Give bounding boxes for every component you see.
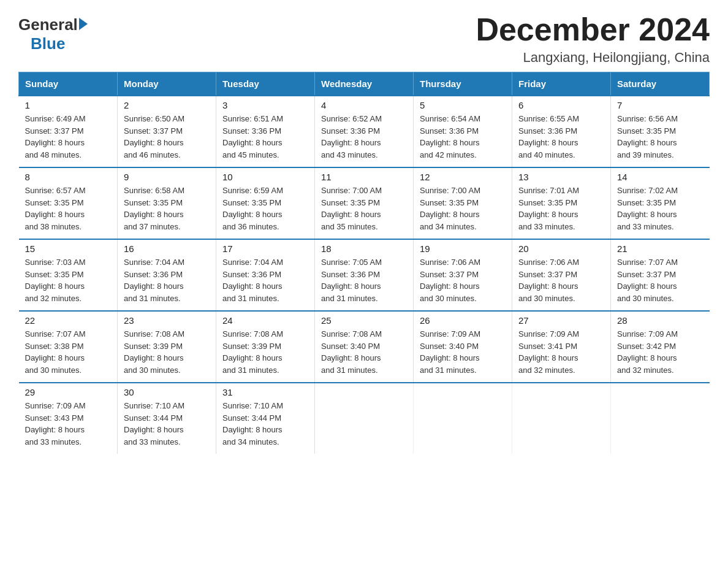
calendar-cell: 1 Sunrise: 6:49 AM Sunset: 3:37 PM Dayli… — [19, 96, 118, 167]
calendar-cell: 17 Sunrise: 7:04 AM Sunset: 3:36 PM Dayl… — [216, 239, 315, 311]
day-info: Sunrise: 7:09 AM Sunset: 3:40 PM Dayligh… — [420, 328, 506, 376]
calendar-cell: 15 Sunrise: 7:03 AM Sunset: 3:35 PM Dayl… — [19, 239, 118, 311]
day-number: 30 — [124, 387, 210, 397]
calendar-cell: 21 Sunrise: 7:07 AM Sunset: 3:37 PM Dayl… — [611, 239, 710, 311]
day-number: 12 — [420, 172, 506, 182]
day-number: 19 — [420, 243, 506, 254]
day-number: 10 — [222, 172, 308, 182]
calendar-cell: 26 Sunrise: 7:09 AM Sunset: 3:40 PM Dayl… — [414, 311, 512, 383]
day-info: Sunrise: 7:01 AM Sunset: 3:35 PM Dayligh… — [518, 185, 604, 232]
calendar-cell: 13 Sunrise: 7:01 AM Sunset: 3:35 PM Dayl… — [512, 167, 611, 239]
day-info: Sunrise: 6:57 AM Sunset: 3:35 PM Dayligh… — [25, 185, 112, 232]
calendar-cell: 28 Sunrise: 7:09 AM Sunset: 3:42 PM Dayl… — [611, 311, 710, 383]
calendar-cell: 19 Sunrise: 7:06 AM Sunset: 3:37 PM Dayl… — [414, 239, 512, 311]
weekday-header-row: SundayMondayTuesdayWednesdayThursdayFrid… — [19, 72, 710, 96]
day-info: Sunrise: 7:00 AM Sunset: 3:35 PM Dayligh… — [321, 185, 407, 232]
calendar-cell: 7 Sunrise: 6:56 AM Sunset: 3:35 PM Dayli… — [611, 96, 710, 167]
day-number: 2 — [124, 100, 210, 110]
day-info: Sunrise: 7:06 AM Sunset: 3:37 PM Dayligh… — [518, 256, 604, 304]
weekday-header-sunday: Sunday — [19, 72, 118, 96]
day-info: Sunrise: 7:09 AM Sunset: 3:43 PM Dayligh… — [25, 400, 112, 448]
day-info: Sunrise: 7:06 AM Sunset: 3:37 PM Dayligh… — [420, 256, 506, 304]
page-subtitle: Langxiang, Heilongjiang, China — [476, 50, 710, 66]
day-info: Sunrise: 6:51 AM Sunset: 3:36 PM Dayligh… — [222, 113, 308, 161]
day-info: Sunrise: 7:02 AM Sunset: 3:35 PM Dayligh… — [617, 185, 703, 232]
day-number: 11 — [321, 172, 407, 182]
day-number: 31 — [222, 387, 308, 397]
day-number: 17 — [222, 243, 308, 254]
calendar-cell: 20 Sunrise: 7:06 AM Sunset: 3:37 PM Dayl… — [512, 239, 611, 311]
weekday-header-thursday: Thursday — [414, 72, 512, 96]
calendar-cell: 5 Sunrise: 6:54 AM Sunset: 3:36 PM Dayli… — [414, 96, 512, 167]
day-info: Sunrise: 7:00 AM Sunset: 3:35 PM Dayligh… — [420, 185, 506, 232]
day-info: Sunrise: 7:07 AM Sunset: 3:38 PM Dayligh… — [25, 328, 112, 376]
calendar-cell: 4 Sunrise: 6:52 AM Sunset: 3:36 PM Dayli… — [315, 96, 414, 167]
day-number: 1 — [25, 100, 112, 110]
calendar-cell: 14 Sunrise: 7:02 AM Sunset: 3:35 PM Dayl… — [611, 167, 710, 239]
day-number: 18 — [321, 243, 407, 254]
day-info: Sunrise: 6:49 AM Sunset: 3:37 PM Dayligh… — [25, 113, 112, 161]
day-number: 3 — [222, 100, 308, 110]
calendar-cell: 10 Sunrise: 6:59 AM Sunset: 3:35 PM Dayl… — [216, 167, 315, 239]
day-info: Sunrise: 7:05 AM Sunset: 3:36 PM Dayligh… — [321, 256, 407, 304]
day-info: Sunrise: 7:08 AM Sunset: 3:39 PM Dayligh… — [124, 328, 210, 376]
calendar-cell: 3 Sunrise: 6:51 AM Sunset: 3:36 PM Dayli… — [216, 96, 315, 167]
calendar-cell: 18 Sunrise: 7:05 AM Sunset: 3:36 PM Dayl… — [315, 239, 414, 311]
day-info: Sunrise: 7:04 AM Sunset: 3:36 PM Dayligh… — [124, 256, 210, 304]
logo: General Blue — [18, 12, 88, 53]
day-number: 16 — [124, 243, 210, 254]
day-number: 26 — [420, 315, 506, 326]
page-title: December 2024 — [476, 12, 710, 47]
title-block: December 2024 Langxiang, Heilongjiang, C… — [476, 12, 710, 66]
day-number: 27 — [518, 315, 604, 326]
calendar-cell: 31 Sunrise: 7:10 AM Sunset: 3:44 PM Dayl… — [216, 383, 315, 454]
day-info: Sunrise: 7:10 AM Sunset: 3:44 PM Dayligh… — [124, 400, 210, 448]
calendar-week-5: 29 Sunrise: 7:09 AM Sunset: 3:43 PM Dayl… — [19, 383, 710, 454]
logo-general: General — [18, 15, 78, 34]
day-info: Sunrise: 6:56 AM Sunset: 3:35 PM Dayligh… — [617, 113, 703, 161]
calendar-cell: 23 Sunrise: 7:08 AM Sunset: 3:39 PM Dayl… — [118, 311, 216, 383]
day-info: Sunrise: 6:54 AM Sunset: 3:36 PM Dayligh… — [420, 113, 506, 161]
day-info: Sunrise: 7:09 AM Sunset: 3:42 PM Dayligh… — [617, 328, 703, 376]
day-number: 29 — [25, 387, 112, 397]
day-number: 4 — [321, 100, 407, 110]
page-header: General Blue December 2024 Langxiang, He… — [18, 12, 710, 66]
day-number: 5 — [420, 100, 506, 110]
day-number: 24 — [222, 315, 308, 326]
day-info: Sunrise: 7:08 AM Sunset: 3:39 PM Dayligh… — [222, 328, 308, 376]
day-number: 21 — [617, 243, 703, 254]
logo-arrow-icon — [79, 18, 88, 30]
calendar-week-3: 15 Sunrise: 7:03 AM Sunset: 3:35 PM Dayl… — [19, 239, 710, 311]
calendar-cell: 25 Sunrise: 7:08 AM Sunset: 3:40 PM Dayl… — [315, 311, 414, 383]
day-info: Sunrise: 7:03 AM Sunset: 3:35 PM Dayligh… — [25, 256, 112, 304]
calendar-cell: 9 Sunrise: 6:58 AM Sunset: 3:35 PM Dayli… — [118, 167, 216, 239]
day-info: Sunrise: 7:10 AM Sunset: 3:44 PM Dayligh… — [222, 400, 308, 448]
day-number: 28 — [617, 315, 703, 326]
calendar-week-1: 1 Sunrise: 6:49 AM Sunset: 3:37 PM Dayli… — [19, 96, 710, 167]
calendar-cell: 16 Sunrise: 7:04 AM Sunset: 3:36 PM Dayl… — [118, 239, 216, 311]
day-info: Sunrise: 7:04 AM Sunset: 3:36 PM Dayligh… — [222, 256, 308, 304]
day-info: Sunrise: 6:55 AM Sunset: 3:36 PM Dayligh… — [518, 113, 604, 161]
calendar-cell: 24 Sunrise: 7:08 AM Sunset: 3:39 PM Dayl… — [216, 311, 315, 383]
day-number: 15 — [25, 243, 112, 254]
logo-blue: Blue — [31, 34, 65, 53]
day-number: 8 — [25, 172, 112, 182]
calendar-cell: 22 Sunrise: 7:07 AM Sunset: 3:38 PM Dayl… — [19, 311, 118, 383]
day-number: 23 — [124, 315, 210, 326]
weekday-header-monday: Monday — [118, 72, 216, 96]
calendar-cell: 8 Sunrise: 6:57 AM Sunset: 3:35 PM Dayli… — [19, 167, 118, 239]
calendar-cell: 27 Sunrise: 7:09 AM Sunset: 3:41 PM Dayl… — [512, 311, 611, 383]
calendar-cell: 29 Sunrise: 7:09 AM Sunset: 3:43 PM Dayl… — [19, 383, 118, 454]
day-info: Sunrise: 6:52 AM Sunset: 3:36 PM Dayligh… — [321, 113, 407, 161]
calendar-cell — [315, 383, 414, 454]
day-number: 22 — [25, 315, 112, 326]
calendar-cell — [611, 383, 710, 454]
calendar-cell: 12 Sunrise: 7:00 AM Sunset: 3:35 PM Dayl… — [414, 167, 512, 239]
calendar-cell: 6 Sunrise: 6:55 AM Sunset: 3:36 PM Dayli… — [512, 96, 611, 167]
day-info: Sunrise: 7:09 AM Sunset: 3:41 PM Dayligh… — [518, 328, 604, 376]
calendar-cell — [512, 383, 611, 454]
calendar-cell — [414, 383, 512, 454]
calendar-table: SundayMondayTuesdayWednesdayThursdayFrid… — [18, 72, 710, 454]
calendar-cell: 11 Sunrise: 7:00 AM Sunset: 3:35 PM Dayl… — [315, 167, 414, 239]
day-number: 14 — [617, 172, 703, 182]
